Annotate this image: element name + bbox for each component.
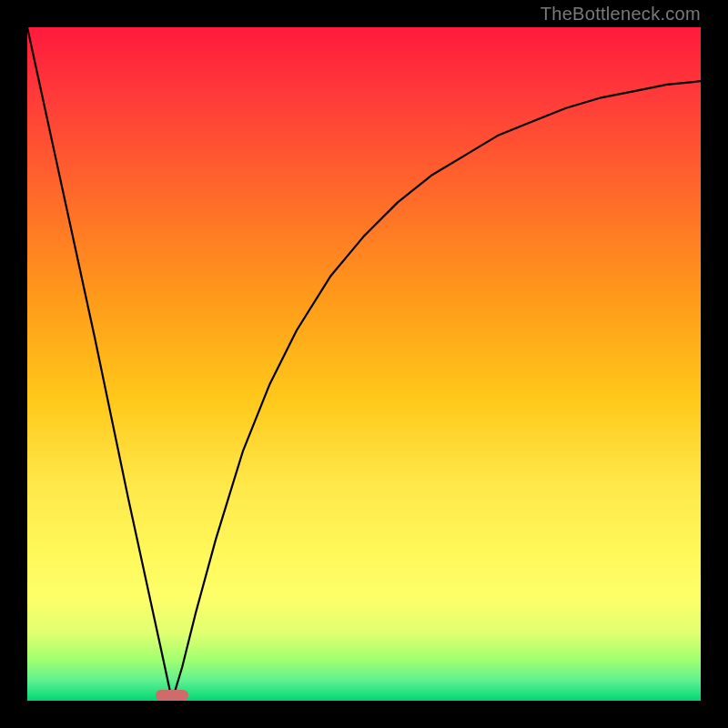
watermark-text: TheBottleneck.com xyxy=(541,4,701,25)
optimal-marker xyxy=(156,690,188,701)
bottleneck-curve xyxy=(27,27,701,701)
chart-frame: TheBottleneck.com xyxy=(0,0,728,728)
